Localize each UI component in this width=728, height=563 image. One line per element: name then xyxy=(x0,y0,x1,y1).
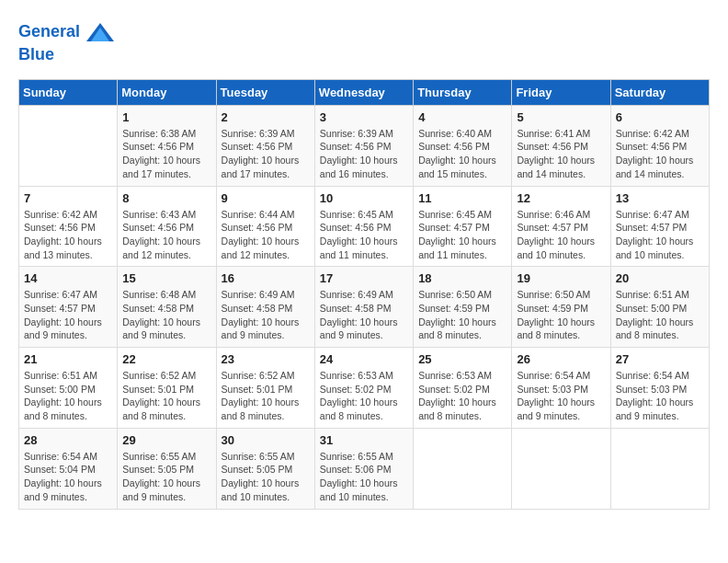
day-info: Sunrise: 6:46 AM Sunset: 4:57 PM Dayligh… xyxy=(517,208,605,262)
day-number: 18 xyxy=(418,271,506,285)
calendar-cell: 4Sunrise: 6:40 AM Sunset: 4:56 PM Daylig… xyxy=(414,105,512,186)
day-info: Sunrise: 6:49 AM Sunset: 4:58 PM Dayligh… xyxy=(320,288,408,342)
day-info: Sunrise: 6:55 AM Sunset: 5:06 PM Dayligh… xyxy=(320,450,408,504)
day-number: 6 xyxy=(616,110,704,124)
day-info: Sunrise: 6:45 AM Sunset: 4:57 PM Dayligh… xyxy=(418,208,506,262)
day-number: 23 xyxy=(222,352,310,366)
calendar-cell: 19Sunrise: 6:50 AM Sunset: 4:59 PM Dayli… xyxy=(512,267,610,348)
calendar-cell: 22Sunrise: 6:52 AM Sunset: 5:01 PM Dayli… xyxy=(118,348,216,429)
weekday-header: Friday xyxy=(512,79,610,105)
calendar-cell: 5Sunrise: 6:41 AM Sunset: 4:56 PM Daylig… xyxy=(512,105,610,186)
day-number: 22 xyxy=(122,352,210,366)
day-number: 13 xyxy=(616,191,704,205)
day-number: 24 xyxy=(320,352,408,366)
day-info: Sunrise: 6:55 AM Sunset: 5:05 PM Dayligh… xyxy=(222,450,310,504)
calendar-cell: 13Sunrise: 6:47 AM Sunset: 4:57 PM Dayli… xyxy=(610,186,709,267)
day-number: 29 xyxy=(122,433,210,447)
day-info: Sunrise: 6:47 AM Sunset: 4:57 PM Dayligh… xyxy=(24,288,112,342)
calendar-cell: 18Sunrise: 6:50 AM Sunset: 4:59 PM Dayli… xyxy=(414,267,512,348)
calendar-cell: 24Sunrise: 6:53 AM Sunset: 5:02 PM Dayli… xyxy=(314,348,413,429)
day-info: Sunrise: 6:42 AM Sunset: 4:56 PM Dayligh… xyxy=(616,127,704,181)
weekday-header: Sunday xyxy=(19,79,118,105)
logo-text2: Blue xyxy=(18,46,114,64)
day-info: Sunrise: 6:45 AM Sunset: 4:56 PM Dayligh… xyxy=(320,208,408,262)
calendar-table: SundayMondayTuesdayWednesdayThursdayFrid… xyxy=(18,79,710,510)
calendar-week-row: 1Sunrise: 6:38 AM Sunset: 4:56 PM Daylig… xyxy=(19,105,710,186)
day-number: 14 xyxy=(24,271,112,285)
calendar-cell: 10Sunrise: 6:45 AM Sunset: 4:56 PM Dayli… xyxy=(314,186,413,267)
day-number: 26 xyxy=(517,352,605,366)
day-info: Sunrise: 6:38 AM Sunset: 4:56 PM Dayligh… xyxy=(122,127,210,181)
calendar-cell: 30Sunrise: 6:55 AM Sunset: 5:05 PM Dayli… xyxy=(216,428,314,509)
day-info: Sunrise: 6:53 AM Sunset: 5:02 PM Dayligh… xyxy=(320,369,408,423)
weekday-header: Thursday xyxy=(414,79,512,105)
weekday-header: Monday xyxy=(118,79,216,105)
calendar-cell: 27Sunrise: 6:54 AM Sunset: 5:03 PM Dayli… xyxy=(610,348,709,429)
calendar-cell: 25Sunrise: 6:53 AM Sunset: 5:02 PM Dayli… xyxy=(414,348,512,429)
day-number: 5 xyxy=(517,110,605,124)
day-number: 11 xyxy=(418,191,506,205)
calendar-cell: 11Sunrise: 6:45 AM Sunset: 4:57 PM Dayli… xyxy=(414,186,512,267)
day-number: 19 xyxy=(517,271,605,285)
calendar-cell: 6Sunrise: 6:42 AM Sunset: 4:56 PM Daylig… xyxy=(610,105,709,186)
day-number: 4 xyxy=(418,110,506,124)
day-number: 27 xyxy=(616,352,704,366)
calendar-cell: 12Sunrise: 6:46 AM Sunset: 4:57 PM Dayli… xyxy=(512,186,610,267)
calendar-cell: 9Sunrise: 6:44 AM Sunset: 4:56 PM Daylig… xyxy=(216,186,314,267)
day-number: 16 xyxy=(222,271,310,285)
day-number: 10 xyxy=(320,191,408,205)
day-number: 2 xyxy=(222,110,310,124)
calendar-cell xyxy=(512,428,610,509)
day-info: Sunrise: 6:54 AM Sunset: 5:04 PM Dayligh… xyxy=(24,450,112,504)
weekday-header: Saturday xyxy=(610,79,709,105)
header-row: SundayMondayTuesdayWednesdayThursdayFrid… xyxy=(19,79,710,105)
weekday-header: Wednesday xyxy=(314,79,413,105)
day-info: Sunrise: 6:51 AM Sunset: 5:00 PM Dayligh… xyxy=(24,369,112,423)
day-info: Sunrise: 6:53 AM Sunset: 5:02 PM Dayligh… xyxy=(418,369,506,423)
calendar-cell: 8Sunrise: 6:43 AM Sunset: 4:56 PM Daylig… xyxy=(118,186,216,267)
day-number: 30 xyxy=(222,433,310,447)
calendar-week-row: 28Sunrise: 6:54 AM Sunset: 5:04 PM Dayli… xyxy=(19,428,710,509)
day-info: Sunrise: 6:55 AM Sunset: 5:05 PM Dayligh… xyxy=(122,450,210,504)
day-number: 20 xyxy=(616,271,704,285)
day-info: Sunrise: 6:47 AM Sunset: 4:57 PM Dayligh… xyxy=(616,208,704,262)
day-number: 21 xyxy=(24,352,112,366)
day-number: 17 xyxy=(320,271,408,285)
calendar-cell: 14Sunrise: 6:47 AM Sunset: 4:57 PM Dayli… xyxy=(19,267,118,348)
calendar-cell: 26Sunrise: 6:54 AM Sunset: 5:03 PM Dayli… xyxy=(512,348,610,429)
calendar-cell: 28Sunrise: 6:54 AM Sunset: 5:04 PM Dayli… xyxy=(19,428,118,509)
day-info: Sunrise: 6:39 AM Sunset: 4:56 PM Dayligh… xyxy=(320,127,408,181)
calendar-cell: 16Sunrise: 6:49 AM Sunset: 4:58 PM Dayli… xyxy=(216,267,314,348)
logo: General Blue xyxy=(18,18,114,64)
calendar-week-row: 14Sunrise: 6:47 AM Sunset: 4:57 PM Dayli… xyxy=(19,267,710,348)
day-number: 25 xyxy=(418,352,506,366)
calendar-cell: 1Sunrise: 6:38 AM Sunset: 4:56 PM Daylig… xyxy=(118,105,216,186)
day-info: Sunrise: 6:48 AM Sunset: 4:58 PM Dayligh… xyxy=(122,288,210,342)
day-number: 12 xyxy=(517,191,605,205)
calendar-cell: 20Sunrise: 6:51 AM Sunset: 5:00 PM Dayli… xyxy=(610,267,709,348)
calendar-cell: 31Sunrise: 6:55 AM Sunset: 5:06 PM Dayli… xyxy=(314,428,413,509)
calendar-cell: 15Sunrise: 6:48 AM Sunset: 4:58 PM Dayli… xyxy=(118,267,216,348)
day-info: Sunrise: 6:49 AM Sunset: 4:58 PM Dayligh… xyxy=(222,288,310,342)
calendar-cell xyxy=(610,428,709,509)
day-number: 1 xyxy=(122,110,210,124)
day-number: 31 xyxy=(320,433,408,447)
day-info: Sunrise: 6:51 AM Sunset: 5:00 PM Dayligh… xyxy=(616,288,704,342)
day-info: Sunrise: 6:44 AM Sunset: 4:56 PM Dayligh… xyxy=(222,208,310,262)
calendar-cell: 29Sunrise: 6:55 AM Sunset: 5:05 PM Dayli… xyxy=(118,428,216,509)
day-info: Sunrise: 6:54 AM Sunset: 5:03 PM Dayligh… xyxy=(616,369,704,423)
calendar-cell: 2Sunrise: 6:39 AM Sunset: 4:56 PM Daylig… xyxy=(216,105,314,186)
calendar-cell: 23Sunrise: 6:52 AM Sunset: 5:01 PM Dayli… xyxy=(216,348,314,429)
calendar-cell: 17Sunrise: 6:49 AM Sunset: 4:58 PM Dayli… xyxy=(314,267,413,348)
day-info: Sunrise: 6:50 AM Sunset: 4:59 PM Dayligh… xyxy=(418,288,506,342)
calendar-cell xyxy=(19,105,118,186)
calendar-cell xyxy=(414,428,512,509)
calendar-cell: 7Sunrise: 6:42 AM Sunset: 4:56 PM Daylig… xyxy=(19,186,118,267)
day-number: 3 xyxy=(320,110,408,124)
day-number: 28 xyxy=(24,433,112,447)
day-number: 8 xyxy=(122,191,210,205)
page-header: General Blue xyxy=(18,18,710,64)
day-info: Sunrise: 6:50 AM Sunset: 4:59 PM Dayligh… xyxy=(517,288,605,342)
day-info: Sunrise: 6:43 AM Sunset: 4:56 PM Dayligh… xyxy=(122,208,210,262)
day-info: Sunrise: 6:42 AM Sunset: 4:56 PM Dayligh… xyxy=(24,208,112,262)
